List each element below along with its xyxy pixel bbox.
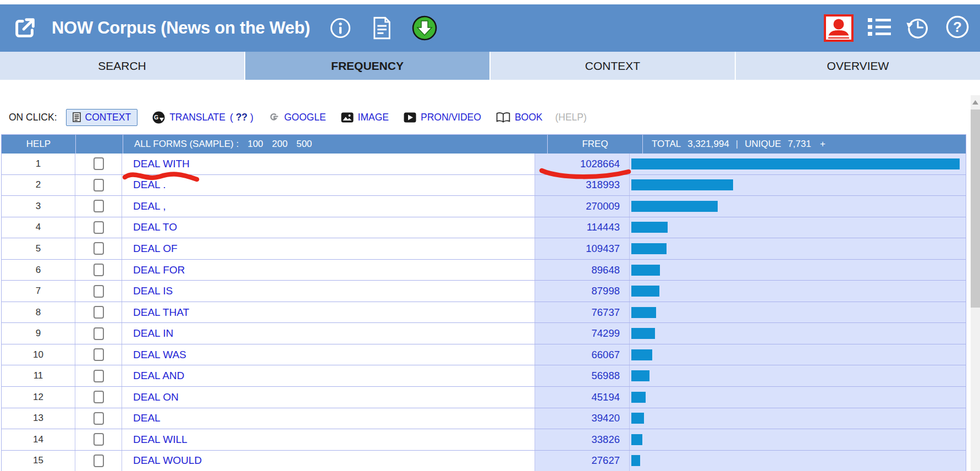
context-doc-icon (73, 112, 81, 122)
word-link[interactable]: DEAL TO (133, 221, 177, 233)
row-bar-cell (630, 323, 966, 344)
sample-100-link[interactable]: 100 (247, 139, 263, 150)
row-rank: 3 (2, 196, 75, 217)
word-link[interactable]: DEAL . (133, 179, 166, 191)
freq-value: 66067 (535, 344, 630, 365)
word-link[interactable]: DEAL AND (133, 370, 184, 382)
scrollbar-thumb[interactable] (971, 109, 980, 308)
row-checkbox[interactable] (93, 391, 104, 403)
tab-overview[interactable]: OVERVIEW (736, 52, 980, 80)
on-click-translate[interactable]: G TRANSLATE ( ?? ) (152, 111, 254, 124)
page-title: NOW Corpus (News on the Web) (52, 18, 310, 38)
row-checkbox[interactable] (93, 327, 104, 340)
row-word-cell: DEAL AND (122, 365, 535, 386)
row-rank: 5 (2, 238, 75, 259)
on-click-book[interactable]: BOOK (496, 112, 543, 123)
row-bar-cell (630, 175, 966, 196)
word-link[interactable]: DEAL WITH (133, 158, 190, 170)
on-click-label: ON CLICK: (9, 112, 57, 123)
word-link[interactable]: DEAL , (133, 200, 166, 212)
on-click-context-button[interactable]: CONTEXT (66, 109, 138, 126)
total-value: 3,321,994 (687, 139, 729, 150)
word-link[interactable]: DEAL WAS (133, 349, 186, 361)
table-body: 1 DEAL WITH 1028664 2 DEAL . 318993 3 DE… (2, 154, 966, 471)
tab-context[interactable]: CONTEXT (491, 52, 736, 80)
row-checkbox[interactable] (93, 454, 104, 467)
document-icon[interactable] (371, 16, 393, 40)
on-click-google[interactable]: GOOGLE (268, 112, 326, 123)
row-word-cell: DEAL IN (122, 323, 535, 344)
row-checkbox[interactable] (93, 157, 104, 170)
sample-500-link[interactable]: 500 (296, 139, 312, 150)
freq-bar (631, 243, 667, 254)
word-link[interactable]: DEAL IS (133, 285, 173, 297)
on-click-help-link[interactable]: (HELP) (555, 112, 586, 123)
row-checkbox[interactable] (93, 433, 104, 446)
word-link[interactable]: DEAL ON (133, 391, 179, 403)
help-icon[interactable]: ? (945, 14, 970, 42)
row-rank: 6 (2, 260, 75, 281)
tab-frequency[interactable]: FREQUENCY (245, 52, 491, 80)
table-row: 8 DEAL THAT 76737 (2, 302, 966, 324)
word-list-icon[interactable] (868, 18, 891, 39)
header-help[interactable]: HELP (2, 135, 76, 154)
on-click-pron-video[interactable]: PRON/VIDEO (404, 112, 481, 123)
row-checkbox[interactable] (93, 179, 104, 191)
word-link[interactable]: DEAL WOULD (133, 454, 202, 467)
row-checkbox[interactable] (93, 370, 104, 382)
row-word-cell: DEAL WOULD (122, 451, 535, 471)
word-link[interactable]: DEAL WILL (133, 434, 188, 446)
video-icon (404, 112, 416, 123)
row-checkbox[interactable] (93, 348, 104, 361)
word-link[interactable]: DEAL FOR (133, 264, 185, 276)
external-link-icon[interactable] (12, 15, 37, 41)
row-word-cell: DEAL ON (122, 387, 535, 408)
tab-bar: SEARCH FREQUENCY CONTEXT OVERVIEW (0, 52, 980, 80)
row-checkbox[interactable] (93, 285, 104, 298)
frequency-table: HELP ALL FORMS (SAMPLE) : 100 200 500 FR… (1, 134, 966, 471)
header-checkbox-col (76, 135, 123, 154)
table-row: 2 DEAL . 318993 (2, 175, 966, 196)
row-checkbox-cell (75, 387, 122, 408)
word-link[interactable]: DEAL IN (133, 327, 173, 339)
row-bar-cell (630, 217, 966, 238)
word-link[interactable]: DEAL OF (133, 243, 178, 255)
row-checkbox[interactable] (93, 200, 104, 212)
row-checkbox[interactable] (93, 221, 104, 234)
header-left: NOW Corpus (News on the Web) (0, 15, 438, 41)
download-icon[interactable] (411, 15, 438, 41)
word-link[interactable]: DEAL THAT (133, 306, 189, 319)
row-checkbox-cell (75, 238, 122, 259)
row-rank: 8 (2, 302, 75, 323)
table-row: 15 DEAL WOULD 27627 (2, 451, 966, 471)
history-icon[interactable] (905, 14, 931, 42)
row-checkbox[interactable] (93, 264, 104, 276)
row-bar-cell (630, 365, 966, 386)
expand-link[interactable]: + (820, 139, 825, 150)
freq-bar (631, 201, 718, 212)
freq-value: 1028664 (535, 154, 630, 174)
row-bar-cell (630, 281, 966, 302)
translate-icon: G (152, 111, 165, 124)
freq-value: 87998 (535, 281, 630, 302)
scrollbar-up-button[interactable] (971, 95, 980, 109)
row-checkbox[interactable] (93, 242, 104, 255)
profile-icon[interactable] (824, 14, 854, 42)
on-click-image[interactable]: IMAGE (341, 112, 389, 123)
freq-value: 89648 (535, 260, 630, 281)
row-checkbox-cell (75, 344, 122, 365)
row-checkbox-cell (75, 260, 122, 281)
row-checkbox-cell (75, 429, 122, 450)
sample-200-link[interactable]: 200 (272, 139, 288, 150)
book-label: BOOK (515, 112, 543, 123)
word-link[interactable]: DEAL (133, 412, 161, 424)
table-row: 9 DEAL IN 74299 (2, 323, 966, 344)
row-checkbox[interactable] (93, 412, 104, 425)
row-rank: 10 (2, 344, 75, 365)
row-checkbox[interactable] (93, 306, 104, 319)
row-bar-cell (630, 302, 966, 323)
info-icon[interactable] (329, 17, 352, 40)
tab-search[interactable]: SEARCH (0, 52, 245, 80)
unique-value: 7,731 (788, 139, 811, 150)
row-rank: 13 (2, 408, 75, 429)
